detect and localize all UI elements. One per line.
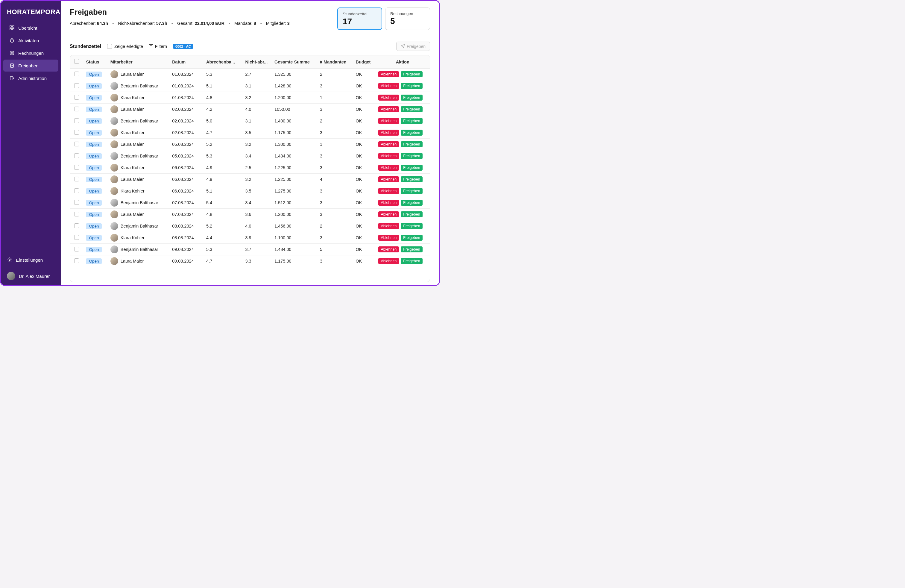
approve-button[interactable]: Freigeben bbox=[401, 95, 422, 100]
approve-button[interactable]: Freigeben bbox=[401, 223, 422, 229]
th-nonbillable[interactable]: Nicht-abr... bbox=[242, 56, 272, 68]
table-row[interactable]: Open Benjamin Balthasar 02.08.2024 5.0 3… bbox=[70, 115, 430, 127]
reject-button[interactable]: Ablehnen bbox=[378, 71, 399, 77]
approve-button[interactable]: Freigeben bbox=[401, 141, 422, 147]
table-row[interactable]: Open Laura Maier 01.08.2024 5.3 2.7 1.32… bbox=[70, 68, 430, 80]
row-checkbox[interactable] bbox=[74, 72, 79, 76]
reject-button[interactable]: Ablehnen bbox=[378, 258, 399, 264]
row-checkbox[interactable] bbox=[74, 106, 79, 111]
employee-avatar-icon bbox=[110, 140, 118, 148]
table-row[interactable]: Open Laura Maier 05.08.2024 5.2 3.2 1.30… bbox=[70, 138, 430, 150]
row-checkbox[interactable] bbox=[74, 200, 79, 205]
reject-button[interactable]: Ablehnen bbox=[378, 130, 399, 136]
send-icon bbox=[401, 44, 405, 49]
row-checkbox[interactable] bbox=[74, 235, 79, 240]
table-row[interactable]: Open Laura Maier 07.08.2024 4.8 3.6 1.20… bbox=[70, 209, 430, 220]
filter-chip[interactable]: 0002 - AC bbox=[173, 44, 193, 49]
approve-button[interactable]: Freigeben bbox=[401, 71, 422, 77]
reject-button[interactable]: Ablehnen bbox=[378, 211, 399, 217]
table-row[interactable]: Open Benjamin Balthasar 07.08.2024 5.4 3… bbox=[70, 197, 430, 209]
row-checkbox[interactable] bbox=[74, 188, 79, 193]
table-row[interactable]: Open Klara Kohler 02.08.2024 4.7 3.5 1.1… bbox=[70, 127, 430, 138]
table-row[interactable]: Open Klara Kohler 06.08.2024 4.9 2.5 1.2… bbox=[70, 162, 430, 174]
table-row[interactable]: Open Benjamin Balthasar 05.08.2024 5.3 3… bbox=[70, 150, 430, 162]
approve-button[interactable]: Freigeben bbox=[401, 258, 422, 264]
reject-button[interactable]: Ablehnen bbox=[378, 165, 399, 171]
approve-button[interactable]: Freigeben bbox=[401, 153, 422, 159]
row-checkbox[interactable] bbox=[74, 141, 79, 146]
nav-activities[interactable]: Aktivitäten bbox=[3, 35, 58, 46]
th-employee[interactable]: Mitarbeiter bbox=[108, 56, 169, 68]
card-invoices[interactable]: Rechnungen 5 bbox=[385, 8, 430, 30]
approve-button[interactable]: Freigeben bbox=[401, 130, 422, 136]
row-checkbox[interactable] bbox=[74, 258, 79, 263]
approve-button[interactable]: Freigeben bbox=[401, 118, 422, 124]
approve-button[interactable]: Freigeben bbox=[401, 165, 422, 171]
reject-button[interactable]: Ablehnen bbox=[378, 200, 399, 206]
row-checkbox[interactable] bbox=[74, 212, 79, 216]
reject-button[interactable]: Ablehnen bbox=[378, 141, 399, 147]
cell-mandates: 3 bbox=[317, 150, 352, 162]
th-total[interactable]: Gesamte Summe bbox=[272, 56, 317, 68]
reject-button[interactable]: Ablehnen bbox=[378, 176, 399, 182]
employee-name: Benjamin Balthasar bbox=[121, 200, 158, 205]
approve-button[interactable]: Freigeben bbox=[401, 188, 422, 194]
approve-button[interactable]: Freigeben bbox=[401, 106, 422, 112]
th-mandates[interactable]: # Mandanten bbox=[317, 56, 352, 68]
release-button[interactable]: Freigeben bbox=[396, 41, 430, 51]
table-row[interactable]: Open Benjamin Balthasar 09.08.2024 5.3 3… bbox=[70, 244, 430, 255]
approve-button[interactable]: Freigeben bbox=[401, 211, 422, 217]
reject-button[interactable]: Ablehnen bbox=[378, 153, 399, 159]
nav-settings[interactable]: Einstellungen bbox=[1, 253, 61, 267]
approve-button[interactable]: Freigeben bbox=[401, 200, 422, 206]
show-done-checkbox[interactable]: Zeige erledigte bbox=[107, 44, 143, 49]
table-row[interactable]: Open Benjamin Balthasar 01.08.2024 5.1 3… bbox=[70, 80, 430, 92]
reject-button[interactable]: Ablehnen bbox=[378, 95, 399, 100]
reject-button[interactable]: Ablehnen bbox=[378, 83, 399, 89]
table-row[interactable]: Open Klara Kohler 08.08.2024 4.4 3.9 1.1… bbox=[70, 232, 430, 244]
filter-button[interactable]: Filtern bbox=[149, 44, 167, 49]
row-checkbox[interactable] bbox=[74, 153, 79, 158]
table-row[interactable]: Open Benjamin Balthasar 08.08.2024 5.2 4… bbox=[70, 220, 430, 232]
reject-button[interactable]: Ablehnen bbox=[378, 188, 399, 194]
cell-mandates: 5 bbox=[317, 244, 352, 255]
nav-invoices[interactable]: Rechnungen bbox=[3, 47, 58, 59]
card-timesheets[interactable]: Stundenzettel 17 bbox=[337, 8, 382, 30]
row-checkbox[interactable] bbox=[74, 95, 79, 100]
approve-button[interactable]: Freigeben bbox=[401, 235, 422, 241]
nav-overview[interactable]: Übersicht bbox=[3, 22, 58, 34]
reject-button[interactable]: Ablehnen bbox=[378, 246, 399, 253]
nav-administration[interactable]: Administration bbox=[3, 72, 58, 84]
approve-button[interactable]: Freigeben bbox=[401, 176, 422, 182]
select-all-checkbox[interactable] bbox=[74, 59, 79, 64]
row-checkbox[interactable] bbox=[74, 83, 79, 88]
svg-point-8 bbox=[9, 259, 11, 261]
nav-approvals[interactable]: Freigaben bbox=[3, 60, 58, 72]
row-checkbox[interactable] bbox=[74, 176, 79, 181]
th-billable[interactable]: Abrechenba... bbox=[203, 56, 242, 68]
approve-button[interactable]: Freigeben bbox=[401, 246, 422, 253]
reject-button[interactable]: Ablehnen bbox=[378, 235, 399, 241]
reject-button[interactable]: Ablehnen bbox=[378, 223, 399, 229]
table-row[interactable]: Open Laura Maier 09.08.2024 4.7 3.3 1.17… bbox=[70, 255, 430, 267]
reject-button[interactable]: Ablehnen bbox=[378, 118, 399, 124]
row-checkbox[interactable] bbox=[74, 118, 79, 123]
row-checkbox[interactable] bbox=[74, 223, 79, 228]
table-row[interactable]: Open Laura Maier 02.08.2024 4.2 4.0 1050… bbox=[70, 103, 430, 115]
employee-name: Klara Kohler bbox=[121, 235, 144, 240]
cell-nonbillable: 4.0 bbox=[242, 220, 272, 232]
user-profile[interactable]: Dr. Alex Maurer bbox=[1, 267, 61, 285]
row-checkbox[interactable] bbox=[74, 247, 79, 251]
th-date[interactable]: Datum bbox=[169, 56, 203, 68]
th-status[interactable]: Status bbox=[83, 56, 107, 68]
reject-button[interactable]: Ablehnen bbox=[378, 106, 399, 112]
table-row[interactable]: Open Klara Kohler 06.08.2024 5.1 3.5 1.2… bbox=[70, 185, 430, 197]
card-count: 17 bbox=[343, 17, 377, 26]
row-checkbox[interactable] bbox=[74, 165, 79, 170]
row-checkbox[interactable] bbox=[74, 130, 79, 135]
table-row[interactable]: Open Klara Kohler 01.08.2024 4.8 3.2 1.2… bbox=[70, 92, 430, 103]
table-row[interactable]: Open Laura Maier 06.08.2024 4.9 3.2 1.22… bbox=[70, 174, 430, 185]
approve-button[interactable]: Freigeben bbox=[401, 83, 422, 89]
employee-name: Laura Maier bbox=[121, 212, 144, 217]
th-budget[interactable]: Budget bbox=[353, 56, 376, 68]
